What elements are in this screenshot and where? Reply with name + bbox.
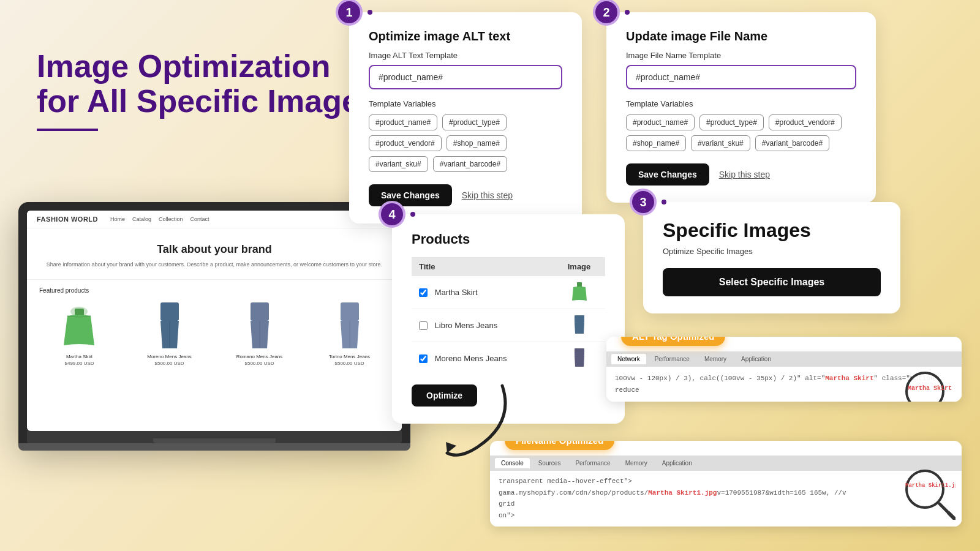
laptop-nav: FASHION WORLD Home Catalog Collection Co… <box>27 211 402 228</box>
moreno-name: Moreno Mens Jeans <box>435 354 507 363</box>
laptop-nav-links: Home Catalog Collection Contact <box>110 216 209 222</box>
alt-code-content: 100vw - 120px) / 3), calc((100vw - 35px)… <box>606 367 962 402</box>
libro-checkbox[interactable] <box>419 321 428 330</box>
hero-section: Image Optimization for All Specific Imag… <box>37 49 392 156</box>
var-product-name[interactable]: #product_name# <box>369 114 437 130</box>
alt-tag-result-card: ALT Tag Optimized Network Performance Me… <box>606 337 962 402</box>
step3-card: 3 Specific Images Optimize Specific Imag… <box>643 202 900 313</box>
laptop-mockup: FASHION WORLD Home Catalog Collection Co… <box>18 202 410 451</box>
var-product-type[interactable]: #product_type# <box>442 114 507 130</box>
var-variant-barcode[interactable]: #variant_barcode# <box>433 156 507 172</box>
step2-file-input[interactable] <box>626 65 856 89</box>
step2-number: 2 <box>593 0 620 26</box>
step1-vars-label: Template Variables <box>369 99 562 108</box>
laptop-hero-desc: Share information about your brand with … <box>39 261 390 269</box>
table-row: Libro Mens Jeans <box>412 309 605 342</box>
svg-line-18 <box>949 513 954 519</box>
table-row: Moreno Mens Jeans <box>412 342 605 375</box>
step2-var-product-vendor[interactable]: #product_vendor# <box>769 114 842 130</box>
step2-var-variant-sku[interactable]: #variant_sku# <box>691 135 750 151</box>
laptop-product-martha: Martha Skirt $499.00 USD <box>39 301 119 366</box>
step4-number: 4 <box>379 201 405 228</box>
laptop-hero: Talk about your brand Share information … <box>27 228 402 280</box>
martha-name: Martha Skirt <box>435 288 478 297</box>
step1-alt-input[interactable] <box>369 65 562 89</box>
svg-rect-8 <box>577 282 582 287</box>
step1-number: 1 <box>336 0 363 26</box>
laptop-products-label: Featured products <box>39 287 390 294</box>
step2-file-label: Image File Name Template <box>626 51 856 60</box>
alt-code-tabs: Network Performance Memory Application <box>606 351 962 367</box>
step2-var-product-name[interactable]: #product_name# <box>626 114 695 130</box>
var-product-vendor[interactable]: #product_vendor# <box>369 135 442 151</box>
step2-actions: Save Changes Skip this step <box>626 163 856 186</box>
step1-title: Optimize image ALT text <box>369 29 562 43</box>
magnifier-alt: Martha Skirt <box>900 367 956 402</box>
step1-vars-grid: #product_name# #product_type# #product_v… <box>369 114 562 172</box>
file-code-tabs: Console Sources Performance Memory Appli… <box>490 455 962 471</box>
table-row: Martha Skirt <box>412 276 605 309</box>
step1-skip-button[interactable]: Skip this step <box>462 190 513 200</box>
var-shop-name[interactable]: #shop_name# <box>447 135 507 151</box>
step2-var-product-type[interactable]: #product_type# <box>699 114 764 130</box>
var-variant-sku[interactable]: #variant_sku# <box>369 156 428 172</box>
step3-number: 3 <box>630 189 657 216</box>
svg-rect-9 <box>575 315 584 323</box>
svg-rect-2 <box>160 302 179 321</box>
svg-point-15 <box>907 471 943 508</box>
laptop-products-section: Featured products Martha Skirt <box>27 280 402 373</box>
step1-save-button[interactable]: Save Changes <box>369 184 452 206</box>
col-title: Title <box>412 257 553 276</box>
step2-save-button[interactable]: Save Changes <box>626 163 709 186</box>
step2-var-variant-barcode[interactable]: #variant_barcode# <box>755 135 829 151</box>
step2-vars-grid: #product_name# #product_type# #product_v… <box>626 114 856 151</box>
libro-name: Libro Mens Jeans <box>435 321 498 330</box>
laptop-products-grid: Martha Skirt $499.00 USD Moreno Mens <box>39 301 390 366</box>
svg-text:Martha Skirt: Martha Skirt <box>908 385 952 392</box>
martha-checkbox[interactable] <box>419 288 428 297</box>
step2-vars-label: Template Variables <box>626 99 856 108</box>
moreno-checkbox[interactable] <box>419 354 428 363</box>
step2-card: 2 Update image File Name Image File Name… <box>606 12 876 203</box>
svg-rect-10 <box>575 348 584 356</box>
filename-badge: FileName Optimized <box>505 441 614 450</box>
laptop-product-romano: Romano Mens Jeans $500.00 USD <box>219 301 300 366</box>
step1-alt-label: Image ALT Text Template <box>369 51 562 60</box>
select-specific-images-button[interactable]: Select Specific Images <box>663 268 881 296</box>
step3-title: Specific Images <box>663 219 881 242</box>
laptop-product-moreno: Moreno Mens Jeans $500.00 USD <box>129 301 209 366</box>
step2-var-shop-name[interactable]: #shop_name# <box>626 135 686 151</box>
alt-tag-badge: ALT Tag Optimized <box>621 337 725 346</box>
magnifier-filename: Martha Skirt1.jpg <box>900 465 956 520</box>
step2-skip-button[interactable]: Skip this step <box>719 170 770 179</box>
products-table: Title Image Martha Skirt <box>412 257 605 375</box>
laptop-product-torino: Torino Mens Jeans $500.00 USD <box>309 301 390 366</box>
step2-title: Update image File Name <box>626 29 856 43</box>
filename-result-card: FileName Optimized Console Sources Perfo… <box>490 441 962 527</box>
step1-card: 1 Optimize image ALT text Image ALT Text… <box>349 12 582 223</box>
svg-rect-4 <box>251 302 269 321</box>
col-image: Image <box>553 257 605 276</box>
svg-rect-6 <box>341 302 359 321</box>
file-code-content: transparent media--hover-effect"> gama.m… <box>490 471 962 527</box>
laptop-hero-title: Talk about your brand <box>39 243 390 256</box>
svg-text:Martha Skirt1.jpg: Martha Skirt1.jpg <box>905 482 956 489</box>
step3-subtitle: Optimize Specific Images <box>663 247 881 256</box>
laptop-brand: FASHION WORLD <box>37 216 98 223</box>
main-title: Image Optimization for All Specific Imag… <box>37 49 392 119</box>
step4-title: Products <box>412 231 605 247</box>
title-underline <box>37 129 98 131</box>
